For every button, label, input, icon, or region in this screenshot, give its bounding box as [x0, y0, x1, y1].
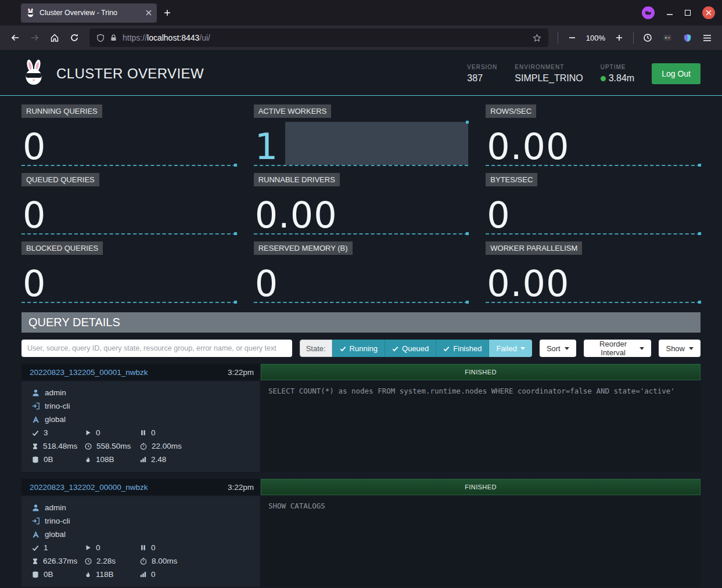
memory-database-icon: [32, 456, 39, 463]
running-splits-play-icon: [85, 544, 91, 551]
uptime-green-dot: [601, 76, 606, 81]
source-login-icon: [32, 402, 39, 410]
query-sql-text: SELECT COUNT(*) as nodes FROM system.run…: [261, 381, 701, 472]
private-browsing-icon: [642, 6, 655, 19]
filter-finished-button[interactable]: Finished: [436, 340, 488, 357]
uptime-stat: UPTIME 3.84m: [601, 64, 634, 84]
url-text: https://localhost:8443/ui/: [123, 33, 210, 42]
queued-splits-pause-icon: [140, 430, 146, 436]
query-row: 20220823_132205_00001_nwbzk 3:22pm FINIS…: [21, 364, 701, 472]
metric-runnable-drivers: RUNNABLE DRIVERS 0.00: [254, 173, 469, 235]
zoom-in-button[interactable]: [610, 29, 628, 46]
browser-tab[interactable]: Cluster Overview - Trino: [21, 3, 157, 23]
url-bar[interactable]: https://localhost:8443/ui/: [89, 28, 548, 47]
wall-time-hourglass-icon: [32, 443, 38, 450]
toolbar-separator: [633, 32, 634, 44]
user-icon: [32, 504, 39, 511]
completed-splits-check-icon: [32, 430, 39, 437]
state-filter-group: State: Running Queued Finished Failed: [300, 340, 532, 357]
reorder-interval-dropdown[interactable]: Reorder Interval: [584, 340, 652, 357]
peak-memory-flame-icon: [85, 456, 91, 463]
logout-button[interactable]: Log Out: [652, 63, 701, 84]
filter-running-button[interactable]: Running: [332, 340, 385, 357]
metrics-grid: RUNNING QUERIES 0 ACTIVE WORKERS 1 ROWS/…: [0, 96, 722, 310]
show-dropdown[interactable]: Show: [659, 340, 701, 357]
back-button[interactable]: [6, 29, 24, 46]
browser-navbar: https://localhost:8443/ui/ 100%: [0, 26, 722, 50]
check-icon: [340, 345, 346, 352]
user-icon: [32, 389, 39, 396]
cpu-time-stopwatch-icon: [140, 558, 147, 565]
environment-stat: ENVIRONMENT SIMPLE_TRINO: [515, 64, 583, 84]
tab-close-icon[interactable]: [146, 10, 152, 16]
forward-button[interactable]: [26, 29, 44, 46]
queued-splits-pause-icon: [140, 544, 146, 551]
tracking-shield-icon[interactable]: [96, 34, 105, 42]
sparkline-marker: [466, 301, 469, 304]
caret-down-icon: [689, 347, 694, 350]
history-clock-icon[interactable]: [638, 29, 657, 46]
metric-active-workers: ACTIVE WORKERS 1: [254, 104, 469, 166]
check-icon: [392, 345, 398, 352]
close-button[interactable]: [702, 6, 715, 19]
resource-group-icon: [32, 531, 39, 538]
caret-down-icon: [565, 347, 569, 350]
menu-icon[interactable]: [698, 29, 716, 46]
wall-time-hourglass-icon: [32, 558, 38, 565]
completed-splits-check-icon: [32, 544, 39, 551]
filter-queued-button[interactable]: Queued: [385, 340, 436, 357]
trino-bunny-logo: [21, 59, 46, 88]
cpu-time-stopwatch-icon: [140, 443, 147, 450]
version-stat: VERSION 387: [467, 64, 497, 84]
query-id-link[interactable]: 20220823_132205_00001_nwbzk: [30, 368, 148, 377]
check-icon: [443, 345, 450, 352]
maximize-button[interactable]: [685, 10, 691, 16]
bookmark-star-icon[interactable]: [533, 34, 541, 42]
home-button[interactable]: [45, 29, 64, 46]
query-row-header: 20220823_132205_00001_nwbzk 3:22pm: [21, 364, 260, 380]
minimize-button[interactable]: [666, 9, 673, 16]
query-search-input[interactable]: [21, 340, 292, 357]
sort-dropdown[interactable]: Sort: [540, 340, 576, 357]
sparkline-fill: [285, 122, 469, 165]
metric-worker-parallelism: WORKER PARALLELISM 0.00: [486, 241, 701, 303]
caret-down-icon: [640, 347, 644, 350]
new-tab-button[interactable]: [164, 9, 171, 16]
privacy-shield-icon[interactable]: [678, 29, 696, 46]
query-id-link[interactable]: 20220823_132202_00000_nwbzk: [30, 483, 148, 492]
total-time-clock-icon: [85, 558, 92, 565]
sparkline-marker: [234, 164, 237, 167]
page-title: CLUSTER OVERVIEW: [56, 66, 204, 82]
lock-icon[interactable]: [110, 34, 117, 42]
source-login-icon: [32, 517, 39, 525]
query-meta-panel: admin trino-cli global 3 0 0 518.48ms 55…: [21, 381, 260, 472]
query-row: 20220823_132202_00000_nwbzk 3:22pm FINIS…: [21, 479, 701, 587]
metric-reserved-memory: RESERVED MEMORY (B) 0: [254, 241, 469, 303]
zoom-out-button[interactable]: [563, 29, 581, 46]
metric-running-queries: RUNNING QUERIES 0: [21, 104, 236, 166]
query-time: 3:22pm: [228, 368, 254, 377]
state-filter-label: State:: [300, 340, 332, 357]
sparkline-marker: [698, 164, 701, 167]
resource-group-icon: [32, 416, 39, 423]
query-details-title: QUERY DETAILS: [21, 312, 701, 333]
peak-memory-flame-icon: [85, 571, 91, 578]
query-row-header: 20220823_132202_00000_nwbzk 3:22pm: [21, 479, 260, 495]
app-header: CLUSTER OVERVIEW VERSION 387 ENVIRONMENT…: [0, 50, 722, 95]
sparkline-marker: [234, 301, 237, 304]
extension-icon[interactable]: [658, 29, 677, 46]
metric-blocked-queries: BLOCKED QUERIES 0: [21, 241, 236, 303]
metric-queued-queries: QUEUED QUERIES 0: [21, 173, 236, 235]
memory-database-icon: [32, 571, 39, 578]
query-sql-text: SHOW CATALOGS: [261, 496, 701, 587]
total-time-clock-icon: [85, 443, 92, 450]
tab-favicon-trino-icon: [26, 8, 35, 17]
filter-failed-dropdown[interactable]: Failed: [488, 340, 531, 357]
zoom-level[interactable]: 100%: [583, 34, 609, 42]
query-status-bar: FINISHED: [261, 479, 701, 495]
reload-button[interactable]: [65, 29, 84, 46]
query-details-section: QUERY DETAILS State: Running Queued Fini…: [21, 312, 701, 587]
trino-cluster-overview-page: CLUSTER OVERVIEW VERSION 387 ENVIRONMENT…: [0, 50, 722, 588]
metric-bytes-sec: BYTES/SEC 0: [486, 173, 701, 235]
caret-down-icon: [520, 347, 525, 350]
